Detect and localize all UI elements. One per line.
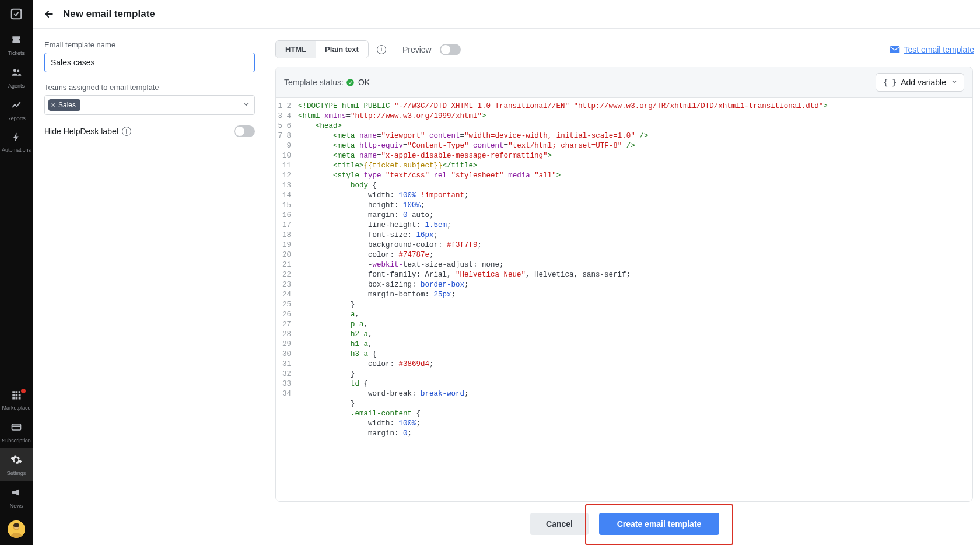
sidebar-item-subscription[interactable]: Subscription [0, 415, 33, 448]
svg-rect-11 [19, 397, 21, 400]
sidebar-label: Reports [7, 116, 26, 121]
reports-icon [10, 99, 22, 113]
add-variable-label: Add variable [901, 78, 946, 87]
sidebar-item-news[interactable]: News [0, 481, 33, 513]
mail-icon [890, 46, 900, 54]
sidebar-label: News [10, 503, 23, 509]
status-value: OK [358, 78, 370, 87]
sidebar-item-reports[interactable]: Reports [0, 93, 33, 126]
team-chip-label: Sales [58, 101, 76, 109]
sidebar-label: Subscription [2, 438, 31, 443]
sidebar: Tickets Agents Reports Automations Marke… [0, 0, 33, 545]
agents-icon [10, 67, 22, 81]
status-bar: Template status: OK { } Add variable [276, 67, 972, 98]
svg-rect-10 [16, 397, 18, 400]
svg-rect-0 [12, 9, 22, 19]
code-editor[interactable]: 1 2 3 4 5 6 7 8 9 10 11 12 13 14 15 16 1… [276, 98, 972, 501]
tab-plain-text[interactable]: Plain text [316, 41, 368, 58]
app-logo[interactable] [0, 0, 33, 28]
svg-rect-8 [19, 394, 21, 397]
bolt-icon [11, 132, 22, 145]
sidebar-label: Automations [2, 147, 31, 153]
content: Email template name Teams assigned to em… [33, 28, 980, 545]
svg-rect-7 [16, 394, 18, 397]
chevron-down-icon [243, 100, 250, 110]
line-gutter: 1 2 3 4 5 6 7 8 9 10 11 12 13 14 15 16 1… [276, 98, 295, 501]
test-email-label: Test email template [904, 45, 974, 54]
page-title: New email template [63, 8, 155, 20]
back-button[interactable] [40, 5, 58, 23]
sidebar-label: Agents [8, 83, 24, 89]
cancel-button[interactable]: Cancel [530, 513, 589, 535]
svg-rect-3 [12, 391, 15, 393]
preview-toggle[interactable] [440, 44, 461, 55]
hide-label: Hide HelpDesk label [44, 127, 118, 136]
megaphone-icon [10, 487, 22, 501]
svg-rect-12 [12, 424, 21, 430]
teams-label: Teams assigned to email template [44, 83, 255, 92]
test-email-link[interactable]: Test email template [890, 45, 974, 54]
form-panel: Email template name Teams assigned to em… [33, 29, 267, 545]
ticket-icon [10, 34, 22, 48]
sidebar-item-agents[interactable]: Agents [0, 61, 33, 93]
add-variable-button[interactable]: { } Add variable [876, 73, 964, 92]
svg-rect-16 [890, 46, 900, 53]
footer-actions: Cancel Create email template [275, 502, 974, 545]
editor-toolbar: HTML Plain text i Preview Test email tem… [275, 38, 974, 67]
main-area: New email template Email template name T… [33, 0, 980, 545]
sidebar-item-marketplace[interactable]: Marketplace [0, 384, 33, 415]
sidebar-item-settings[interactable]: Settings [0, 448, 33, 481]
team-chip: ✕ Sales [48, 99, 80, 111]
user-avatar[interactable] [8, 520, 25, 538]
sidebar-label: Settings [7, 470, 26, 476]
sidebar-label: Marketplace [2, 405, 30, 411]
info-icon[interactable]: i [377, 45, 386, 54]
code-editor-box: Template status: OK { } Add variable [275, 67, 973, 502]
teams-select[interactable]: ✕ Sales [44, 95, 255, 115]
preview-label: Preview [402, 45, 432, 54]
status-label: Template status: [284, 78, 344, 87]
create-template-button[interactable]: Create email template [599, 513, 719, 535]
format-toggle: HTML Plain text [275, 40, 369, 58]
svg-point-1 [13, 69, 16, 72]
svg-rect-6 [12, 394, 15, 397]
sidebar-item-automations[interactable]: Automations [0, 126, 33, 158]
braces-icon: { } [883, 78, 896, 87]
sidebar-label: Tickets [8, 50, 24, 56]
chevron-down-icon [951, 78, 958, 87]
svg-point-17 [346, 79, 354, 86]
svg-rect-4 [16, 391, 18, 393]
svg-point-2 [17, 69, 19, 72]
template-name-input[interactable] [44, 53, 255, 72]
svg-rect-9 [12, 397, 15, 400]
page-header: New email template [33, 0, 980, 28]
check-circle-icon [346, 78, 355, 87]
remove-chip-icon[interactable]: ✕ [51, 102, 56, 109]
sidebar-item-tickets[interactable]: Tickets [0, 28, 33, 61]
template-name-label: Email template name [44, 40, 255, 49]
card-icon [10, 421, 22, 435]
notification-badge [20, 387, 27, 394]
editor-panel: HTML Plain text i Preview Test email tem… [267, 29, 980, 545]
info-icon[interactable]: i [122, 127, 131, 136]
gear-icon [10, 454, 22, 468]
tab-html[interactable]: HTML [276, 41, 316, 58]
hide-label-toggle[interactable] [234, 125, 255, 137]
code-content[interactable]: <!DOCTYPE html PUBLIC "-//W3C//DTD XHTML… [295, 98, 972, 501]
arrow-left-icon [43, 8, 55, 20]
